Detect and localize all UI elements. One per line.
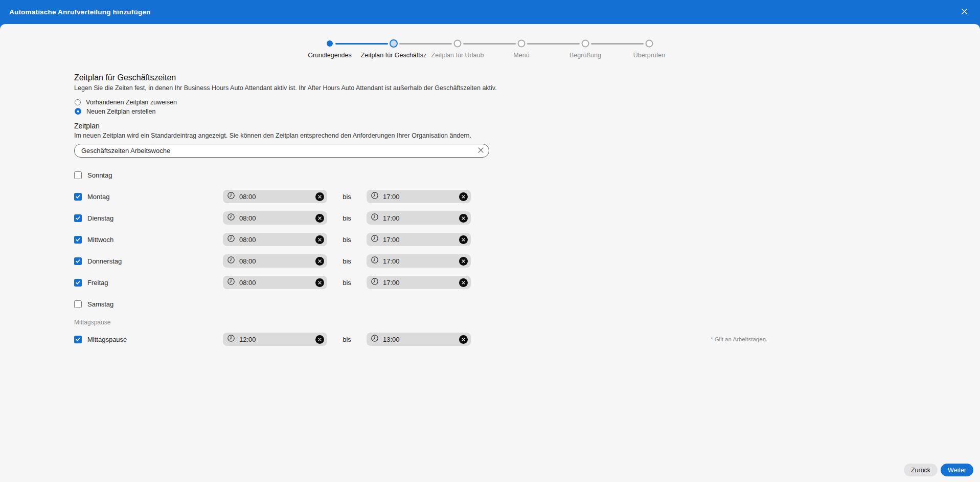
radio-label: Vorhandenen Zeitplan zuweisen <box>86 99 177 106</box>
clear-time-button[interactable] <box>459 278 468 287</box>
checkbox-mittwoch[interactable] <box>74 236 82 244</box>
clock-icon <box>227 234 235 245</box>
clear-time-button[interactable] <box>315 335 324 344</box>
check-icon <box>75 237 81 243</box>
time-value: 17:00 <box>383 193 459 201</box>
step-dot-ueberpruefen[interactable] <box>646 40 653 48</box>
start-time-field-freitag[interactable]: 08:00 <box>223 276 327 289</box>
clear-icon <box>462 216 465 220</box>
clock-icon <box>227 191 235 202</box>
start-time-field-mittagspause[interactable]: 12:00 <box>223 333 327 346</box>
wizard-panel: Grundlegendes Zeitplan für Geschäftsz Ze… <box>0 24 980 482</box>
clock-icon <box>227 277 235 288</box>
back-button[interactable]: Zurück <box>904 464 938 476</box>
day-label: Mittwoch <box>87 236 113 244</box>
section-description: Legen Sie die Zeiten fest, in denen Ihr … <box>74 84 980 92</box>
checkbox-freitag[interactable] <box>74 279 82 287</box>
clear-time-button[interactable] <box>315 278 324 287</box>
end-time-field-freitag[interactable]: 17:00 <box>367 276 471 289</box>
schedule-name-input[interactable] <box>74 144 489 158</box>
bis-label: bis <box>327 236 367 244</box>
time-value: 17:00 <box>383 257 459 265</box>
stepper-line <box>527 43 580 45</box>
checkbox-montag[interactable] <box>74 193 82 201</box>
clear-schedule-name-button[interactable] <box>475 145 486 157</box>
checkbox-donnerstag[interactable] <box>74 257 82 265</box>
day-row-mittwoch: Mittwoch 08:00 bis 17:00 <box>74 229 980 250</box>
day-label: Sonntag <box>87 171 112 179</box>
modal-title: Automatische Anrufverteilung hinzufügen <box>9 8 151 16</box>
clock-icon <box>371 213 379 223</box>
clear-time-button[interactable] <box>459 214 468 223</box>
step-dot-begruessung[interactable] <box>582 40 589 48</box>
end-time-field-dienstag[interactable]: 17:00 <box>367 211 471 225</box>
checkbox-samstag[interactable] <box>74 300 82 308</box>
time-value: 08:00 <box>239 214 315 222</box>
end-time-field-mittagspause[interactable]: 13:00 <box>367 333 471 346</box>
bis-label: bis <box>327 336 367 343</box>
time-value: 08:00 <box>239 279 315 287</box>
start-time-field-donnerstag[interactable]: 08:00 <box>223 254 327 268</box>
step-label: Grundlegendes <box>308 52 351 59</box>
time-value: 08:00 <box>239 236 315 244</box>
start-time-field-mittwoch[interactable]: 08:00 <box>223 233 327 246</box>
bis-label: bis <box>327 279 367 287</box>
checkbox-mittagspause[interactable] <box>74 336 82 343</box>
check-icon <box>75 337 81 342</box>
clear-time-button[interactable] <box>459 257 468 266</box>
day-label: Montag <box>87 193 109 201</box>
start-time-field-montag[interactable]: 08:00 <box>223 190 327 203</box>
lunch-section-label: Mittagspause <box>74 319 980 326</box>
clear-icon <box>318 281 322 284</box>
schedule-mode-radios: Vorhandenen Zeitplan zuweisen Neuen Zeit… <box>74 98 980 115</box>
clear-time-button[interactable] <box>315 235 324 244</box>
day-row-sonntag: Sonntag <box>74 164 980 186</box>
close-button[interactable] <box>958 6 971 19</box>
clear-icon <box>318 259 322 263</box>
wizard-footer: Zurück Weiter <box>904 464 973 476</box>
section-title: Zeitplan für Geschäftszeiten <box>74 73 980 82</box>
clear-time-button[interactable] <box>315 257 324 266</box>
step-dot-zeitplan-geschaeftszeiten[interactable] <box>390 39 398 48</box>
next-button[interactable]: Weiter <box>941 464 973 476</box>
clear-icon <box>462 195 465 199</box>
radio-icon[interactable] <box>75 108 81 115</box>
schedule-description: Im neuen Zeitplan wird ein Standardeintr… <box>74 132 980 139</box>
clock-icon <box>227 256 235 266</box>
day-row-donnerstag: Donnerstag 08:00 bis 17:00 <box>74 250 980 272</box>
step-dot-menue[interactable] <box>518 40 526 48</box>
day-label: Donnerstag <box>87 257 122 265</box>
schedule-name-field <box>74 144 489 158</box>
end-time-field-montag[interactable]: 17:00 <box>367 190 471 203</box>
clear-time-button[interactable] <box>459 335 468 344</box>
schedule-title: Zeitplan <box>74 122 980 130</box>
clear-time-button[interactable] <box>459 235 468 244</box>
time-value: 17:00 <box>383 214 459 222</box>
stepper-line <box>463 43 516 45</box>
time-value: 17:00 <box>383 236 459 244</box>
clear-time-button[interactable] <box>459 192 468 201</box>
end-time-field-donnerstag[interactable]: 17:00 <box>367 254 471 268</box>
clear-time-button[interactable] <box>315 192 324 201</box>
end-time-field-mittwoch[interactable]: 17:00 <box>367 233 471 246</box>
step-dot-zeitplan-urlaub[interactable] <box>454 40 462 48</box>
start-time-field-dienstag[interactable]: 08:00 <box>223 211 327 225</box>
radio-icon[interactable] <box>75 99 81 105</box>
day-row-dienstag: Dienstag 08:00 bis 17:00 <box>74 207 980 229</box>
checkbox-dienstag[interactable] <box>74 214 82 222</box>
time-value: 13:00 <box>383 336 459 343</box>
clear-icon <box>318 338 322 341</box>
clock-icon <box>371 277 379 288</box>
clear-time-button[interactable] <box>315 214 324 223</box>
check-icon <box>75 215 81 221</box>
radio-option-create-new[interactable]: Neuen Zeitplan erstellen <box>74 107 980 115</box>
clear-icon <box>462 281 465 284</box>
clear-icon <box>318 216 322 220</box>
close-icon <box>961 8 968 17</box>
time-value: 08:00 <box>239 193 315 201</box>
step-dot-grundlegendes[interactable] <box>327 40 333 47</box>
checkbox-sonntag[interactable] <box>74 171 82 179</box>
radio-option-assign-existing[interactable]: Vorhandenen Zeitplan zuweisen <box>74 98 980 106</box>
day-label: Mittagspause <box>87 336 127 343</box>
stepper-line <box>399 43 452 45</box>
